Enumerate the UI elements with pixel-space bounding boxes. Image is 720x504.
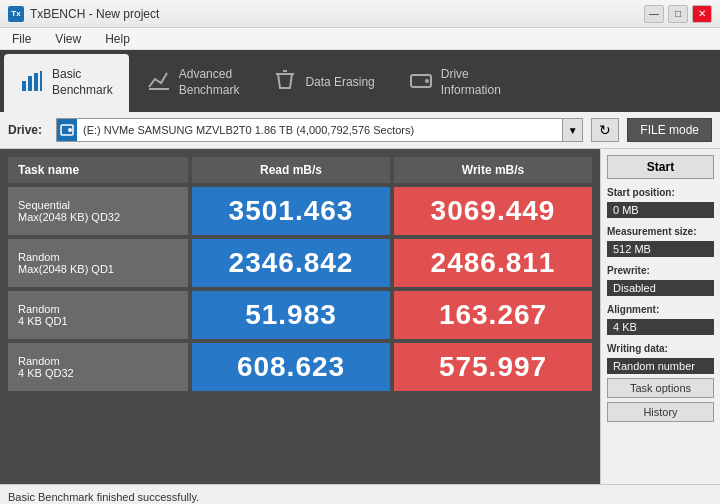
tab-basic-benchmark[interactable]: Basic Benchmark bbox=[4, 54, 129, 112]
svg-rect-0 bbox=[22, 81, 26, 91]
drive-selector[interactable]: (E:) NVMe SAMSUNG MZVLB2T0 1.86 TB (4,00… bbox=[56, 118, 583, 142]
svg-rect-4 bbox=[149, 88, 169, 90]
start-position-value: 0 MB bbox=[607, 202, 714, 218]
alignment-value: 4 KB bbox=[607, 319, 714, 335]
title-bar: Tx TxBENCH - New project — □ ✕ bbox=[0, 0, 720, 28]
svg-rect-3 bbox=[40, 71, 42, 91]
read-value-sequential: 3501.463 bbox=[192, 187, 390, 235]
task-options-button[interactable]: Task options bbox=[607, 378, 714, 398]
menu-bar: File View Help bbox=[0, 28, 720, 50]
app-icon: Tx bbox=[8, 6, 24, 22]
table-row: Sequential Max(2048 KB) QD32 3501.463 30… bbox=[8, 187, 592, 235]
advanced-benchmark-label: Advanced Benchmark bbox=[179, 67, 240, 98]
title-bar-left: Tx TxBENCH - New project bbox=[8, 6, 159, 22]
writing-data-value: Random number bbox=[607, 358, 714, 374]
read-value-random-max: 2346.842 bbox=[192, 239, 390, 287]
column-header-task: Task name bbox=[8, 157, 188, 183]
basic-benchmark-label: Basic Benchmark bbox=[52, 67, 113, 98]
svg-point-10 bbox=[68, 128, 72, 132]
content-area: Task name Read mB/s Write mB/s Sequentia… bbox=[0, 149, 720, 484]
close-button[interactable]: ✕ bbox=[692, 5, 712, 23]
data-erasing-icon bbox=[273, 69, 297, 98]
minimize-button[interactable]: — bbox=[644, 5, 664, 23]
svg-rect-1 bbox=[28, 76, 32, 91]
history-button[interactable]: History bbox=[607, 402, 714, 422]
results-table: Task name Read mB/s Write mB/s Sequentia… bbox=[0, 149, 600, 484]
title-bar-controls: — □ ✕ bbox=[644, 5, 712, 23]
app-title: TxBENCH - New project bbox=[30, 7, 159, 21]
maximize-button[interactable]: □ bbox=[668, 5, 688, 23]
tab-advanced-benchmark[interactable]: Advanced Benchmark bbox=[131, 54, 256, 112]
right-panel: Start Start position: 0 MB Measurement s… bbox=[600, 149, 720, 484]
menu-item-file[interactable]: File bbox=[6, 30, 37, 48]
prewrite-value: Disabled bbox=[607, 280, 714, 296]
status-bar: Basic Benchmark finished successfully. bbox=[0, 484, 720, 504]
table-header: Task name Read mB/s Write mB/s bbox=[8, 157, 592, 183]
column-header-write: Write mB/s bbox=[394, 157, 592, 183]
write-value-random-4k-qd32: 575.997 bbox=[394, 343, 592, 391]
prewrite-label: Prewrite: bbox=[607, 265, 714, 276]
drive-select-text: (E:) NVMe SAMSUNG MZVLB2T0 1.86 TB (4,00… bbox=[77, 124, 562, 136]
read-value-random-4k-qd1: 51.983 bbox=[192, 291, 390, 339]
task-cell-random-4k-qd1: Random 4 KB QD1 bbox=[8, 291, 188, 339]
drive-label: Drive: bbox=[8, 123, 48, 137]
drive-information-label: Drive Information bbox=[441, 67, 501, 98]
write-value-random-4k-qd1: 163.267 bbox=[394, 291, 592, 339]
measurement-size-value: 512 MB bbox=[607, 241, 714, 257]
read-value-random-4k-qd32: 608.623 bbox=[192, 343, 390, 391]
drive-information-icon bbox=[409, 69, 433, 98]
advanced-benchmark-icon bbox=[147, 69, 171, 98]
drive-type-icon bbox=[57, 119, 77, 141]
measurement-size-label: Measurement size: bbox=[607, 226, 714, 237]
svg-point-8 bbox=[425, 79, 429, 83]
start-button[interactable]: Start bbox=[607, 155, 714, 179]
svg-rect-2 bbox=[34, 73, 38, 91]
table-row: Random Max(2048 KB) QD1 2346.842 2486.81… bbox=[8, 239, 592, 287]
drive-dropdown-arrow[interactable]: ▼ bbox=[562, 119, 582, 141]
status-text: Basic Benchmark finished successfully. bbox=[8, 491, 199, 503]
table-row: Random 4 KB QD1 51.983 163.267 bbox=[8, 291, 592, 339]
basic-benchmark-icon bbox=[20, 69, 44, 98]
write-value-random-max: 2486.811 bbox=[394, 239, 592, 287]
data-erasing-label: Data Erasing bbox=[305, 75, 374, 91]
tab-data-erasing[interactable]: Data Erasing bbox=[257, 54, 390, 112]
drive-refresh-button[interactable]: ↻ bbox=[591, 118, 619, 142]
menu-item-view[interactable]: View bbox=[49, 30, 87, 48]
alignment-label: Alignment: bbox=[607, 304, 714, 315]
menu-item-help[interactable]: Help bbox=[99, 30, 136, 48]
tab-drive-information[interactable]: Drive Information bbox=[393, 54, 517, 112]
task-cell-random-max: Random Max(2048 KB) QD1 bbox=[8, 239, 188, 287]
start-position-label: Start position: bbox=[607, 187, 714, 198]
task-cell-sequential: Sequential Max(2048 KB) QD32 bbox=[8, 187, 188, 235]
task-cell-random-4k-qd32: Random 4 KB QD32 bbox=[8, 343, 188, 391]
drive-row: Drive: (E:) NVMe SAMSUNG MZVLB2T0 1.86 T… bbox=[0, 112, 720, 149]
file-mode-button[interactable]: FILE mode bbox=[627, 118, 712, 142]
writing-data-label: Writing data: bbox=[607, 343, 714, 354]
toolbar: Basic Benchmark Advanced Benchmark Data … bbox=[0, 50, 720, 112]
column-header-read: Read mB/s bbox=[192, 157, 390, 183]
write-value-sequential: 3069.449 bbox=[394, 187, 592, 235]
table-row: Random 4 KB QD32 608.623 575.997 bbox=[8, 343, 592, 391]
